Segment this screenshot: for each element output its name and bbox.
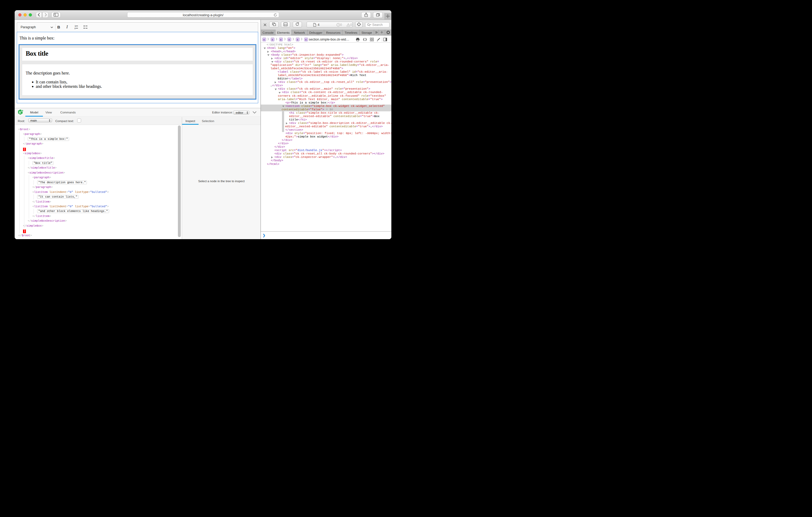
svg-text:2: 2 [75, 27, 76, 29]
